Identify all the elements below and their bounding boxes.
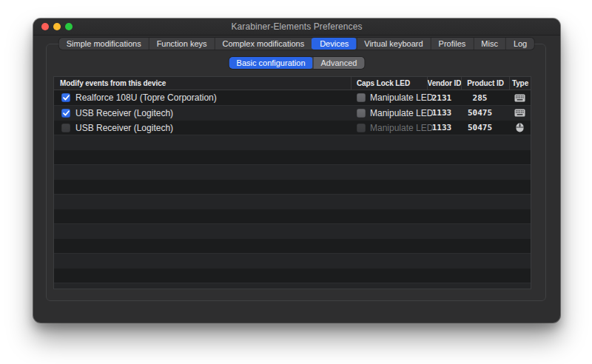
- table-row-empty[interactable]: [54, 194, 531, 209]
- table-row-usb-receiver-keyboard[interactable]: USB Receiver (Logitech) Manipulate LED 1…: [54, 105, 531, 120]
- subtab-advanced[interactable]: Advanced: [313, 57, 365, 69]
- tab-virtual-keyboard[interactable]: Virtual keyboard: [356, 38, 430, 50]
- table-row-empty[interactable]: [54, 149, 531, 164]
- product-id-value: 50475: [468, 123, 492, 132]
- tab-simple-modifications[interactable]: Simple modifications: [59, 38, 149, 50]
- table-row-empty[interactable]: [54, 135, 531, 149]
- tab-misc[interactable]: Misc: [473, 38, 505, 50]
- window-title: Karabiner-Elements Preferences: [231, 21, 362, 32]
- vendor-id-value: 1133: [432, 123, 452, 132]
- column-header-vendor-id: Vendor ID: [427, 77, 461, 90]
- table-row-empty[interactable]: [54, 268, 531, 283]
- column-header-product-id: Product ID: [461, 77, 509, 90]
- table-row-empty[interactable]: [54, 238, 531, 253]
- product-id-value: 285: [473, 93, 488, 103]
- column-header-modify-events: Modify events from this device: [54, 77, 351, 90]
- karabiner-preferences-window: Karabiner-Elements Preferences Simple mo…: [33, 18, 560, 323]
- product-id-value: 50475: [468, 108, 492, 118]
- desktop-background: Karabiner-Elements Preferences Simple mo…: [0, 0, 592, 364]
- table-row-empty[interactable]: [54, 253, 531, 268]
- modify-events-checkbox[interactable]: [61, 93, 70, 102]
- devices-sub-tab-bar: Basic configuration Advanced: [229, 57, 365, 69]
- tab-function-keys[interactable]: Function keys: [149, 38, 215, 50]
- modify-events-checkbox[interactable]: [61, 124, 70, 132]
- tab-log[interactable]: Log: [505, 38, 534, 50]
- table-body: Realforce 108U (Topre Corporation) Manip…: [54, 90, 531, 289]
- device-name: USB Receiver (Logitech): [75, 123, 173, 133]
- device-name: USB Receiver (Logitech): [75, 108, 173, 118]
- main-tab-bar: Simple modifications Function keys Compl…: [59, 38, 534, 50]
- vendor-id-value: 1133: [432, 108, 452, 118]
- modify-events-checkbox[interactable]: [61, 109, 70, 118]
- close-button[interactable]: [41, 23, 49, 30]
- manipulate-led-label: Manipulate LED: [370, 123, 433, 133]
- manipulate-led-checkbox[interactable]: [357, 93, 366, 102]
- table-row-usb-receiver-mouse[interactable]: USB Receiver (Logitech) Manipulate LED 1…: [54, 120, 531, 135]
- titlebar[interactable]: Karabiner-Elements Preferences: [33, 18, 560, 36]
- table-row-empty[interactable]: [54, 283, 531, 289]
- tab-profiles[interactable]: Profiles: [431, 38, 474, 50]
- zoom-button[interactable]: [65, 23, 73, 30]
- device-name: Realforce 108U (Topre Corporation): [75, 92, 217, 103]
- table-row-empty[interactable]: [54, 164, 531, 179]
- mouse-icon: [516, 123, 524, 132]
- manipulate-led-checkbox[interactable]: [357, 109, 366, 118]
- manipulate-led-checkbox-disabled: [357, 124, 366, 132]
- table-row-realforce[interactable]: Realforce 108U (Topre Corporation) Manip…: [54, 90, 531, 105]
- tab-complex-modifications[interactable]: Complex modifications: [215, 38, 312, 50]
- tab-devices[interactable]: Devices: [312, 38, 356, 50]
- column-header-type: Type: [509, 77, 531, 90]
- manipulate-led-label: Manipulate LED: [370, 92, 433, 103]
- table-row-empty[interactable]: [54, 179, 531, 194]
- traffic-lights: [41, 23, 73, 30]
- table-row-empty[interactable]: [54, 223, 531, 238]
- checkmark-icon: [63, 95, 70, 101]
- table-row-empty[interactable]: [54, 209, 531, 223]
- checkmark-icon: [63, 110, 70, 116]
- devices-table: Modify events from this device Caps Lock…: [53, 76, 531, 289]
- keyboard-icon: [514, 94, 525, 102]
- subtab-basic-configuration[interactable]: Basic configuration: [229, 57, 313, 69]
- keyboard-icon: [514, 109, 525, 117]
- minimize-button[interactable]: [53, 23, 61, 30]
- vendor-id-value: 2131: [432, 93, 452, 103]
- column-header-caps-lock-led: Caps Lock LED: [351, 77, 427, 90]
- manipulate-led-label: Manipulate LED: [370, 108, 433, 118]
- table-header: Modify events from this device Caps Lock…: [54, 77, 531, 90]
